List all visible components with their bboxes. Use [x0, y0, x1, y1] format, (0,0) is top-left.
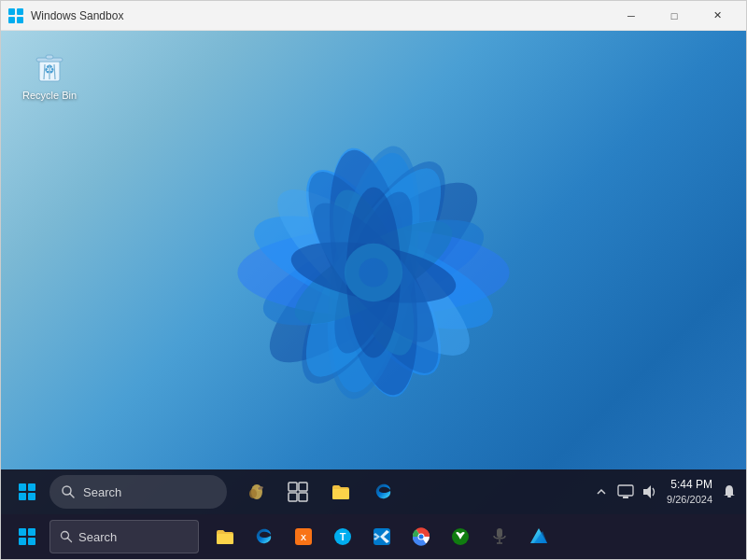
taskbar-app-file-explorer[interactable]	[320, 471, 361, 512]
host-app-recording[interactable]	[481, 518, 518, 555]
host-app-xampp[interactable]: X	[285, 518, 322, 555]
task-view-icon	[288, 482, 308, 502]
search-label: Search	[83, 485, 121, 499]
host-app-chrome[interactable]	[402, 518, 440, 555]
sandbox-search-bar[interactable]: Search	[49, 475, 227, 509]
volume-icon[interactable]	[641, 483, 659, 501]
svg-rect-49	[217, 534, 233, 544]
taskbar-app-edge[interactable]	[363, 471, 404, 512]
app-icon	[8, 8, 23, 23]
recycle-bin-icon[interactable]: ♻ Recycle Bin	[14, 44, 85, 105]
windows-logo	[19, 483, 35, 500]
sandbox-desktop: ♻ Recycle Bin	[1, 31, 746, 514]
clock-time: 5:44 PM	[667, 478, 712, 493]
svg-rect-0	[8, 8, 15, 15]
host-app-teams[interactable]: T	[324, 518, 361, 555]
maximize-button[interactable]: □	[653, 1, 696, 31]
host-teams-icon: T	[332, 526, 353, 547]
host-vscode-icon	[372, 526, 392, 547]
svg-text:X: X	[301, 533, 306, 542]
recycle-bin-image: ♻	[31, 48, 68, 85]
wallpaper-bloom	[1, 31, 746, 514]
host-app-edge[interactable]	[246, 518, 283, 555]
title-bar: Windows Sandbox ─ □ ✕	[1, 1, 746, 31]
host-search-icon	[60, 530, 73, 543]
host-edge-icon	[254, 526, 275, 547]
host-folder-icon	[215, 526, 235, 547]
svg-rect-44	[623, 497, 628, 498]
sandbox-start-button[interactable]	[8, 473, 46, 511]
search-icon	[61, 484, 76, 499]
svg-rect-43	[618, 485, 633, 496]
recycle-bin-label: Recycle Bin	[22, 89, 77, 102]
host-app-icons: X T	[206, 518, 557, 555]
taskbar-app-task-view[interactable]	[277, 471, 318, 512]
close-button[interactable]: ✕	[696, 1, 739, 31]
tray-icons	[592, 483, 659, 501]
svg-rect-39	[299, 483, 307, 491]
host-start-button[interactable]	[8, 518, 46, 555]
host-app-file-explorer[interactable]	[206, 518, 244, 555]
sandbox-taskbar: Search	[1, 469, 746, 514]
svg-line-33	[70, 494, 74, 497]
svg-marker-45	[643, 485, 651, 498]
svg-point-57	[419, 535, 424, 539]
svg-point-24	[359, 258, 388, 287]
sandbox-taskbar-apps	[234, 471, 588, 512]
svg-rect-41	[299, 493, 307, 501]
svg-rect-46	[727, 496, 731, 497]
svg-rect-42	[332, 489, 349, 499]
window-controls: ─ □ ✕	[610, 1, 739, 31]
chevron-up-icon[interactable]	[592, 483, 611, 501]
svg-rect-38	[289, 483, 297, 491]
svg-rect-1	[17, 8, 23, 15]
host-windows-logo	[19, 528, 35, 545]
host-azure-icon	[529, 526, 549, 547]
sandbox-system-tray: 5:44 PM 9/26/2024	[592, 478, 739, 506]
svg-rect-40	[289, 493, 297, 501]
svg-rect-3	[17, 17, 23, 23]
edge-icon	[374, 482, 394, 502]
minimize-button[interactable]: ─	[610, 1, 653, 31]
window-title: Windows Sandbox	[31, 9, 610, 22]
bird-icon	[244, 481, 266, 503]
host-app-xbox[interactable]	[442, 518, 479, 555]
host-chrome-icon	[411, 526, 431, 547]
taskbar-app-bird[interactable]	[234, 471, 275, 512]
svg-line-48	[68, 539, 72, 542]
host-xbox-icon	[450, 526, 471, 547]
host-taskbar: Search	[1, 514, 746, 559]
host-xampp-icon: X	[293, 526, 314, 547]
host-search-bar[interactable]: Search	[49, 520, 199, 553]
host-mic-icon	[489, 526, 510, 547]
notification-bell-icon[interactable]	[720, 483, 739, 501]
clock-date: 9/26/2024	[667, 493, 712, 506]
folder-icon	[331, 482, 351, 502]
svg-rect-2	[8, 17, 15, 23]
windows-sandbox-window: Windows Sandbox ─ □ ✕	[0, 0, 747, 560]
clock[interactable]: 5:44 PM 9/26/2024	[667, 478, 712, 506]
host-search-label: Search	[78, 530, 117, 544]
svg-point-35	[249, 489, 257, 498]
host-app-azure[interactable]	[520, 518, 557, 555]
host-app-vscode[interactable]	[363, 518, 401, 555]
display-icon[interactable]	[616, 483, 635, 501]
svg-rect-27	[46, 55, 53, 59]
svg-text:T: T	[340, 531, 346, 542]
svg-rect-59	[497, 528, 502, 538]
